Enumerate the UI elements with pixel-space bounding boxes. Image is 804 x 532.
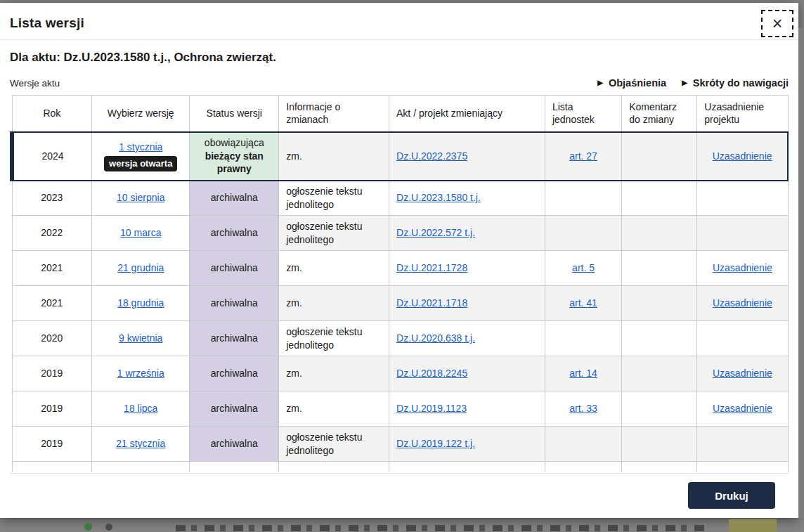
justification-link[interactable]: Uzasadnienie: [713, 297, 772, 309]
table-header-cell: Status wersji: [190, 96, 279, 132]
change-comment-cell: [622, 216, 697, 251]
modal-body: Dla aktu: Dz.U.2023.1580 t.j., Ochrona z…: [0, 40, 798, 518]
version-date-link[interactable]: 18 grudnia: [117, 297, 164, 309]
change-info-cell: zm.: [279, 251, 389, 286]
units-list-link[interactable]: art. 33: [569, 403, 597, 414]
version-date-link[interactable]: 10 sierpnia: [117, 192, 165, 203]
units-list-link[interactable]: art. 14: [569, 368, 597, 379]
amending-act-link[interactable]: Dz.U.2022.2375: [396, 150, 467, 162]
version-cell: 1 styczniawersja otwarta: [92, 132, 190, 181]
amending-act-cell: Dz.U.2018.2245: [389, 356, 545, 391]
status-detail: bieżący stan prawny: [197, 150, 271, 176]
amending-act-link[interactable]: Dz.U.2019.1123: [396, 403, 467, 414]
close-button[interactable]: ×: [761, 10, 793, 37]
change-comment-cell: [622, 427, 697, 462]
open-version-badge: wersja otwarta: [104, 156, 177, 172]
change-info-cell: zm.: [279, 286, 389, 321]
amending-act-cell: Dz.U.2020.638 t.j.: [389, 321, 545, 356]
status-cell: archiwalna: [190, 216, 279, 251]
year-cell: 2022: [12, 216, 92, 251]
units-list-cell: [545, 321, 621, 356]
units-list-link[interactable]: art. 27: [569, 150, 597, 162]
change-comment-cell: [622, 132, 697, 181]
table-row: 202118 grudniaarchiwalnazm.Dz.U.2021.171…: [12, 286, 788, 321]
units-list-cell: [545, 181, 621, 216]
table-row: 201918 lipcaarchiwalnazm.Dz.U.2019.1123a…: [12, 391, 788, 427]
versions-table-wrapper: RokWybierz wersjęStatus wersjiInformacje…: [10, 95, 789, 472]
version-cell: 9 kwietnia: [92, 321, 190, 356]
units-list-cell: art. 33: [545, 391, 621, 427]
change-info-cell: ogłoszenie tekstu jednolitego: [279, 216, 389, 251]
justification-cell: Uzasadnienie: [697, 251, 788, 286]
amending-act-cell: Dz.U.2021.1728: [389, 251, 545, 286]
units-list-cell: art. 14: [545, 356, 621, 391]
meta-row: Wersje aktu ▶ Objaśnienia ▶ Skróty do na…: [10, 77, 789, 89]
background-clipped-text: [176, 525, 710, 531]
table-row: 202310 sierpniaarchiwalnaogłoszenie teks…: [12, 181, 788, 216]
toggle-navigation-shortcuts-label: Skróty do nawigacji: [693, 77, 789, 89]
status-cell: archiwalna: [190, 427, 279, 462]
table-header-cell: Lista jednostek: [545, 96, 621, 132]
table-header-cell: Wybierz wersję: [92, 96, 190, 132]
amending-act-link[interactable]: Dz.U.2018.2245: [396, 368, 467, 379]
versions-table: RokWybierz wersjęStatus wersjiInformacje…: [10, 95, 789, 472]
version-date-link[interactable]: 9 kwietnia: [119, 332, 162, 344]
table-header-cell: Uzasadnienie projektu: [697, 96, 788, 132]
change-info-cell: zm.: [279, 391, 389, 427]
status-cell: archiwalna: [190, 286, 279, 321]
change-info-cell: zm.: [279, 356, 389, 391]
units-list-cell: [545, 216, 621, 251]
year-cell: 2019: [12, 356, 92, 391]
status-cell: archiwalna: [190, 251, 279, 286]
amending-act-link[interactable]: Dz.U.2019.122 t.j.: [396, 438, 475, 449]
version-cell: 21 grudnia: [92, 251, 190, 286]
amending-act-link[interactable]: Dz.U.2021.1728: [396, 262, 467, 273]
print-button[interactable]: Drukuj: [688, 482, 775, 509]
justification-cell: Uzasadnienie: [697, 286, 788, 321]
background-icon: [105, 524, 112, 531]
units-list-link[interactable]: art. 5: [572, 262, 595, 273]
version-date-link[interactable]: 18 lipca: [124, 403, 157, 414]
version-cell: 21 stycznia: [92, 427, 190, 462]
version-date-link[interactable]: 10 marca: [120, 227, 161, 238]
toggles: ▶ Objaśnienia ▶ Skróty do nawigacji: [597, 77, 789, 89]
modal-footer: Drukuj: [10, 473, 789, 518]
year-cell: 2021: [12, 251, 92, 286]
table-header-cell: Komentarz do zmiany: [622, 96, 697, 132]
amending-act-cell: Dz.U.2023.1580 t.j.: [389, 181, 545, 216]
amending-act-link[interactable]: Dz.U.2023.1580 t.j.: [396, 192, 481, 203]
units-list-cell: art. 41: [545, 286, 621, 321]
justification-link[interactable]: Uzasadnienie: [713, 262, 772, 273]
version-date-link[interactable]: 1 września: [117, 368, 164, 379]
versions-label: Wersje aktu: [10, 78, 60, 89]
amending-act-link[interactable]: Dz.U.2022.572 t.j.: [396, 227, 475, 238]
amending-act-cell: Dz.U.2019.1123: [389, 391, 545, 427]
version-date-link[interactable]: 21 stycznia: [116, 438, 165, 449]
justification-link[interactable]: Uzasadnienie: [713, 150, 772, 162]
version-list-modal: Lista wersji × Dla aktu: Dz.U.2023.1580 …: [0, 3, 798, 518]
background-page-strip: [0, 518, 804, 532]
table-row: 20191 wrześniaarchiwalnazm.Dz.U.2018.224…: [12, 356, 788, 391]
status-cell: archiwalna: [190, 321, 279, 356]
change-info-cell: ogłoszenie tekstu jednolitego: [279, 321, 389, 356]
triangle-icon: ▶: [597, 79, 603, 86]
change-info-cell: ogłoszenie tekstu jednolitego: [279, 427, 389, 462]
background-page-right-strip: [798, 28, 804, 518]
units-list-cell: art. 27: [545, 132, 621, 181]
amending-act-cell: Dz.U.2021.1718: [389, 286, 545, 321]
justification-link[interactable]: Uzasadnienie: [713, 403, 772, 414]
units-list-link[interactable]: art. 41: [569, 297, 597, 309]
version-date-link[interactable]: 21 grudnia: [117, 262, 164, 273]
triangle-icon: ▶: [682, 79, 687, 86]
justification-link[interactable]: Uzasadnienie: [713, 368, 772, 379]
table-head: RokWybierz wersjęStatus wersjiInformacje…: [12, 96, 788, 132]
table-row: 202210 marcaarchiwalnaogłoszenie tekstu …: [12, 216, 788, 251]
toggle-navigation-shortcuts[interactable]: ▶ Skróty do nawigacji: [682, 77, 789, 89]
background-olive-block: [729, 519, 777, 532]
table-header-row: RokWybierz wersjęStatus wersjiInformacje…: [12, 96, 788, 132]
version-date-link[interactable]: 1 stycznia: [119, 141, 162, 153]
amending-act-link[interactable]: Dz.U.2020.638 t.j.: [396, 332, 475, 344]
toggle-explanations[interactable]: ▶ Objaśnienia: [597, 77, 666, 89]
table-row: 20209 kwietniaarchiwalnaogłoszenie tekst…: [12, 321, 788, 356]
amending-act-link[interactable]: Dz.U.2021.1718: [396, 297, 467, 309]
